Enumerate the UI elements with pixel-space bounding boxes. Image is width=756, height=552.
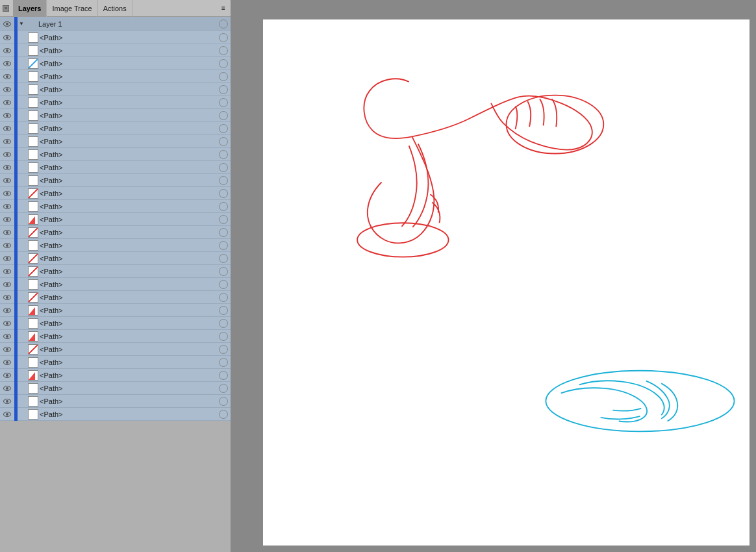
visibility-toggle[interactable] xyxy=(0,109,14,122)
visibility-toggle[interactable] xyxy=(0,187,14,200)
table-row[interactable]: <Path> xyxy=(0,96,231,109)
table-row[interactable]: <Path> xyxy=(0,44,231,57)
layer-target-circle[interactable] xyxy=(219,345,228,354)
table-row[interactable]: <Path> xyxy=(0,408,231,421)
table-row[interactable]: <Path> xyxy=(0,317,231,330)
table-row[interactable]: <Path> xyxy=(0,148,231,161)
table-row[interactable]: <Path> xyxy=(0,187,231,200)
visibility-toggle[interactable] xyxy=(0,395,14,408)
layer-target-circle[interactable] xyxy=(219,241,228,250)
visibility-toggle[interactable] xyxy=(0,369,14,382)
table-row[interactable]: <Path> xyxy=(0,369,231,382)
layer-target-circle[interactable] xyxy=(219,215,228,224)
layer-target-circle[interactable] xyxy=(219,46,228,55)
visibility-toggle[interactable] xyxy=(0,31,14,44)
visibility-toggle[interactable] xyxy=(0,18,14,31)
layer-target-circle[interactable] xyxy=(219,293,228,302)
table-row[interactable]: <Path> xyxy=(0,304,231,317)
layer-target-circle[interactable] xyxy=(219,371,228,380)
layer-target-circle[interactable] xyxy=(219,228,228,237)
visibility-toggle[interactable] xyxy=(0,278,14,291)
visibility-toggle[interactable] xyxy=(0,265,14,278)
visibility-toggle[interactable] xyxy=(0,44,14,57)
layer-target-circle[interactable] xyxy=(219,19,228,29)
layer-list[interactable]: ▼ Layer 1 <Path> <Path> <P xyxy=(0,17,231,552)
table-row[interactable]: <Path> xyxy=(0,226,231,239)
layer-target-circle[interactable] xyxy=(219,306,228,315)
layer-expand-arrow[interactable]: ▼ xyxy=(18,18,25,31)
layer-target-circle[interactable] xyxy=(219,267,228,276)
layer-target-circle[interactable] xyxy=(219,150,228,159)
tab-actions[interactable]: Actions xyxy=(98,0,132,17)
layer-target-circle[interactable] xyxy=(219,319,228,328)
panel-close-button[interactable]: × xyxy=(3,5,9,12)
canvas-area[interactable] xyxy=(231,0,756,552)
visibility-toggle[interactable] xyxy=(0,239,14,252)
table-row[interactable]: <Path> xyxy=(0,356,231,369)
visibility-toggle[interactable] xyxy=(0,330,14,343)
table-row[interactable]: <Path> xyxy=(0,135,231,148)
panel-options-button[interactable]: ≡ xyxy=(219,5,228,12)
layer-target-circle[interactable] xyxy=(219,358,228,367)
layer-target-circle[interactable] xyxy=(219,189,228,198)
visibility-toggle[interactable] xyxy=(0,356,14,369)
layer-target-circle[interactable] xyxy=(219,137,228,146)
table-row[interactable]: <Path> xyxy=(0,252,231,265)
visibility-toggle[interactable] xyxy=(0,213,14,226)
layer-target-circle[interactable] xyxy=(219,176,228,185)
visibility-toggle[interactable] xyxy=(0,161,14,174)
visibility-toggle[interactable] xyxy=(0,408,14,421)
visibility-toggle[interactable] xyxy=(0,252,14,265)
visibility-toggle[interactable] xyxy=(0,148,14,161)
table-row[interactable]: <Path> xyxy=(0,330,231,343)
table-row[interactable]: <Path> xyxy=(0,83,231,96)
table-row[interactable]: <Path> xyxy=(0,213,231,226)
visibility-toggle[interactable] xyxy=(0,174,14,187)
visibility-toggle[interactable] xyxy=(0,226,14,239)
table-row[interactable]: <Path> xyxy=(0,382,231,395)
table-row[interactable]: <Path> xyxy=(0,109,231,122)
visibility-toggle[interactable] xyxy=(0,291,14,304)
layer-target-circle[interactable] xyxy=(219,85,228,94)
visibility-toggle[interactable] xyxy=(0,70,14,83)
table-row[interactable]: <Path> xyxy=(0,291,231,304)
table-row[interactable]: <Path> xyxy=(0,57,231,70)
visibility-toggle[interactable] xyxy=(0,304,14,317)
layer-target-circle[interactable] xyxy=(219,124,228,133)
layer-target-circle[interactable] xyxy=(219,410,228,419)
table-row[interactable]: <Path> xyxy=(0,200,231,213)
table-row[interactable]: <Path> xyxy=(0,265,231,278)
layer-target-circle[interactable] xyxy=(219,332,228,341)
layer-target-circle[interactable] xyxy=(219,33,228,42)
table-row[interactable]: <Path> xyxy=(0,31,231,44)
tab-image-trace[interactable]: Image Trace xyxy=(47,0,97,17)
table-row[interactable]: <Path> xyxy=(0,395,231,408)
tab-layers[interactable]: Layers xyxy=(13,0,47,17)
table-row[interactable]: <Path> xyxy=(0,343,231,356)
table-row[interactable]: <Path> xyxy=(0,122,231,135)
layer-target-circle[interactable] xyxy=(219,254,228,263)
visibility-toggle[interactable] xyxy=(0,122,14,135)
layer-target-circle[interactable] xyxy=(219,397,228,406)
visibility-toggle[interactable] xyxy=(0,317,14,330)
visibility-toggle[interactable] xyxy=(0,200,14,213)
layer-target-circle[interactable] xyxy=(219,280,228,289)
layer-parent-row[interactable]: ▼ Layer 1 xyxy=(0,17,231,31)
layer-target-circle[interactable] xyxy=(219,202,228,211)
visibility-toggle[interactable] xyxy=(0,135,14,148)
layer-target-circle[interactable] xyxy=(219,72,228,81)
layer-target-circle[interactable] xyxy=(219,59,228,68)
layer-target-circle[interactable] xyxy=(219,163,228,172)
layer-target-circle[interactable] xyxy=(219,111,228,120)
visibility-toggle[interactable] xyxy=(0,83,14,96)
visibility-toggle[interactable] xyxy=(0,382,14,395)
visibility-toggle[interactable] xyxy=(0,57,14,70)
table-row[interactable]: <Path> xyxy=(0,174,231,187)
table-row[interactable]: <Path> xyxy=(0,161,231,174)
visibility-toggle[interactable] xyxy=(0,96,14,109)
table-row[interactable]: <Path> xyxy=(0,239,231,252)
table-row[interactable]: <Path> xyxy=(0,278,231,291)
visibility-toggle[interactable] xyxy=(0,343,14,356)
table-row[interactable]: <Path> xyxy=(0,70,231,83)
layer-target-circle[interactable] xyxy=(219,384,228,393)
